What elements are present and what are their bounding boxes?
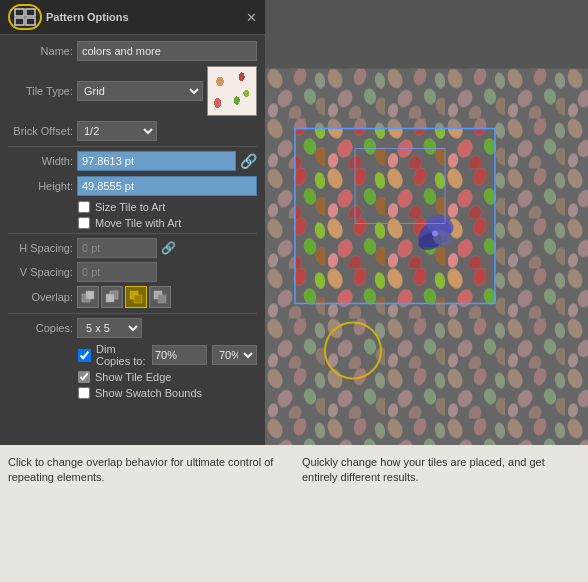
overlap-buttons [77, 286, 171, 308]
overlap-btn-2[interactable] [101, 286, 123, 308]
overlap-icon-1 [81, 290, 95, 304]
show-swatch-bounds-row: Show Swatch Bounds [78, 387, 257, 399]
divider-2 [8, 233, 257, 234]
tile-grid-icon [14, 8, 36, 26]
panel-header: Pattern Options ✕ [0, 0, 265, 35]
dim-copies-label: Dim Copies to: [96, 343, 147, 367]
height-row: Height: [8, 176, 257, 196]
move-tile-label: Move Tile with Art [95, 217, 181, 229]
annotation-left: Click to change overlap behavior for ult… [8, 455, 294, 572]
show-tile-edge-checkbox[interactable] [78, 371, 90, 383]
v-spacing-label: V Spacing: [8, 266, 73, 278]
tile-preview-image [208, 67, 256, 115]
size-tile-row: Size Tile to Art [78, 201, 257, 213]
svg-rect-5 [86, 291, 94, 299]
svg-rect-30 [295, 129, 495, 304]
h-spacing-label: H Spacing: [8, 242, 73, 254]
panel-icon-area: Pattern Options [8, 4, 129, 30]
v-spacing-input[interactable] [77, 262, 157, 282]
move-tile-row: Move Tile with Art [78, 217, 257, 229]
tile-type-label: Tile Type: [8, 85, 73, 97]
tile-type-row: Tile Type: Grid Brick by Row Brick by Co… [8, 66, 257, 116]
width-row: Width: 🔗 [8, 151, 257, 171]
svg-rect-7 [106, 294, 114, 302]
height-input[interactable] [77, 176, 257, 196]
tile-icon-highlight [8, 4, 42, 30]
show-swatch-bounds-label: Show Swatch Bounds [95, 387, 202, 399]
show-tile-edge-row: Show Tile Edge [78, 371, 257, 383]
size-tile-checkbox[interactable] [78, 201, 90, 213]
name-input[interactable] [77, 41, 257, 61]
overlap-btn-4[interactable] [149, 286, 171, 308]
svg-rect-0 [15, 9, 24, 16]
dim-copies-input[interactable] [152, 345, 207, 365]
close-button[interactable]: ✕ [246, 11, 257, 24]
link-icon[interactable]: 🔗 [240, 153, 257, 169]
show-tile-edge-label: Show Tile Edge [95, 371, 171, 383]
move-tile-checkbox[interactable] [78, 217, 90, 229]
annotation-area: Click to change overlap behavior for ult… [0, 445, 588, 582]
copies-row: Copies: 5 x 5 3 x 3 7 x 7 [8, 318, 257, 338]
svg-rect-3 [26, 18, 35, 25]
show-swatch-bounds-checkbox[interactable] [78, 387, 90, 399]
h-spacing-input[interactable] [77, 238, 157, 258]
brick-offset-select[interactable]: 1/2 1/3 1/4 [77, 121, 157, 141]
divider-1 [8, 146, 257, 147]
overlap-btn-1[interactable] [77, 286, 99, 308]
overlap-label: Overlap: [8, 291, 73, 303]
divider-3 [8, 313, 257, 314]
copies-label: Copies: [8, 322, 73, 334]
tile-preview [207, 66, 257, 116]
size-tile-label: Size Tile to Art [95, 201, 165, 213]
dim-copies-checkbox[interactable] [78, 349, 91, 362]
svg-rect-1 [26, 9, 35, 16]
svg-point-35 [432, 231, 438, 237]
height-label: Height: [8, 180, 73, 192]
dim-copies-select[interactable]: 70% 50% 80% [212, 345, 257, 365]
panel-title: Pattern Options [46, 11, 129, 23]
svg-rect-9 [134, 295, 142, 303]
svg-rect-11 [158, 295, 166, 303]
dim-copies-row: Dim Copies to: 70% 50% 80% [78, 343, 257, 367]
pattern-options-panel: Pattern Options ✕ Name: Tile Type: Grid … [0, 0, 265, 445]
overlap-btn-3[interactable] [125, 286, 147, 308]
overlap-icon-4 [153, 290, 167, 304]
name-label: Name: [8, 45, 73, 57]
annotation-left-text: Click to change overlap behavior for ult… [8, 455, 286, 486]
annotation-right-text: Quickly change how your tiles are placed… [302, 455, 580, 486]
width-input[interactable] [77, 151, 236, 171]
brick-offset-row: Brick Offset: 1/2 1/3 1/4 [8, 121, 257, 141]
v-spacing-row: V Spacing: [8, 262, 257, 282]
h-spacing-row: H Spacing: 🔗 [8, 238, 257, 258]
overlap-icon-2 [105, 290, 119, 304]
annotation-right: Quickly change how your tiles are placed… [294, 455, 580, 572]
copies-select[interactable]: 5 x 5 3 x 3 7 x 7 [77, 318, 142, 338]
panel-body: Name: Tile Type: Grid Brick by Row Brick… [0, 35, 265, 409]
name-row: Name: [8, 41, 257, 61]
brick-offset-label: Brick Offset: [8, 125, 73, 137]
width-label: Width: [8, 155, 73, 167]
overlap-icon-3 [129, 290, 143, 304]
overlap-row: Overlap: [8, 286, 257, 308]
tile-type-select[interactable]: Grid Brick by Row Brick by Column Hex by… [77, 81, 203, 101]
svg-rect-2 [15, 18, 24, 25]
h-spacing-link-icon[interactable]: 🔗 [161, 241, 176, 255]
